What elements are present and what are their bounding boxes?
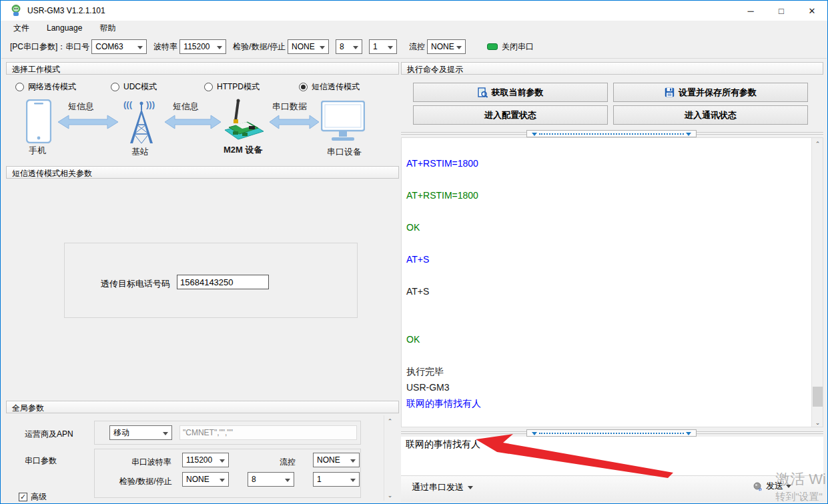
window-title: USR-GM3 V1.2.1.101 bbox=[27, 6, 105, 15]
work-mode-header: 选择工作模式 bbox=[6, 62, 399, 75]
chevron-down-icon bbox=[456, 46, 462, 49]
send-via-serial-dropdown[interactable]: 通过串口发送 bbox=[412, 481, 473, 493]
serial-device-label: 串口设备 bbox=[327, 146, 362, 158]
radio-httpd-mode[interactable]: HTTPD模式 bbox=[204, 81, 260, 93]
triangle-down-icon bbox=[686, 133, 691, 136]
log-line: 执行完毕 bbox=[406, 365, 823, 381]
port-status-led-icon bbox=[487, 43, 498, 50]
log-line: AT+RSTIM=1800 bbox=[406, 157, 823, 173]
title-bar: USR-GM3 V1.2.1.101 ─ □ ✕ bbox=[1, 1, 827, 21]
scroll-thumb[interactable] bbox=[813, 387, 823, 407]
speaker-icon bbox=[753, 481, 763, 491]
search-doc-icon bbox=[478, 87, 488, 98]
scroll-up-icon[interactable]: ⌃ bbox=[384, 415, 396, 427]
close-button[interactable]: ✕ bbox=[797, 1, 827, 21]
chevron-down-icon bbox=[786, 485, 791, 488]
log-line: USR-GM3 bbox=[406, 381, 823, 397]
serial-toolbar: [PC串口参数]：串口号 COM63 波特率 115200 检验/数据/停止 N… bbox=[1, 35, 827, 59]
tower-label: 基站 bbox=[131, 146, 149, 158]
radio-icon bbox=[111, 83, 119, 91]
radio-udc-mode[interactable]: UDC模式 bbox=[111, 81, 157, 93]
app-window: USR-GM3 V1.2.1.101 ─ □ ✕ 文件 Language 帮助 … bbox=[0, 0, 828, 504]
chevron-down-icon bbox=[468, 486, 473, 489]
phone-label: 手机 bbox=[29, 145, 46, 157]
menu-language[interactable]: Language bbox=[47, 23, 82, 33]
global-databits-select[interactable]: 8 bbox=[248, 472, 294, 487]
log-splitter-top[interactable] bbox=[401, 130, 823, 137]
double-arrow-icon bbox=[164, 114, 222, 130]
data-bits-select[interactable]: 8 bbox=[336, 39, 362, 54]
chevron-down-icon bbox=[137, 46, 143, 49]
menu-help[interactable]: 帮助 bbox=[99, 23, 115, 34]
command-panel-header: 执行命令及提示 bbox=[401, 62, 823, 75]
set-save-params-button[interactable]: 设置并保存所有参数 bbox=[613, 83, 808, 102]
scroll-up-icon[interactable]: ⌃ bbox=[812, 138, 823, 149]
scroll-down-icon[interactable]: ⌄ bbox=[812, 417, 823, 427]
flow-select[interactable]: NONE bbox=[427, 39, 466, 54]
log-scrollbar[interactable]: ⌃ ⌄ bbox=[811, 138, 823, 427]
chevron-down-icon bbox=[320, 46, 325, 49]
parity-label: 检验/数据/停止 bbox=[233, 41, 286, 53]
triangle-down-icon bbox=[532, 133, 537, 136]
enter-config-button[interactable]: 进入配置状态 bbox=[413, 105, 608, 125]
double-arrow-icon bbox=[57, 114, 119, 130]
serial-baud-label: 串口波特率 bbox=[131, 457, 171, 468]
close-port-button[interactable]: 关闭串口 bbox=[502, 41, 534, 53]
log-line: OK bbox=[406, 221, 823, 237]
global-flow-label: 流控 bbox=[280, 457, 296, 468]
flow-label: 流控 bbox=[409, 41, 425, 53]
log-line: 联网的事情找有人 bbox=[406, 397, 823, 413]
scroll-down-icon[interactable]: ⌄ bbox=[384, 489, 396, 501]
minimize-button[interactable]: ─ bbox=[735, 1, 766, 21]
command-log[interactable]: AT+RSTIM=1800 AT+RSTIM=1800 OK AT+S AT+S… bbox=[401, 137, 823, 427]
serial-baud-select[interactable]: 115200 bbox=[182, 453, 229, 467]
radio-net-transparent[interactable]: 网络透传模式 bbox=[15, 81, 76, 93]
global-stopbits-select[interactable]: 1 bbox=[313, 472, 360, 487]
global-parity-select[interactable]: NONE bbox=[182, 472, 229, 487]
save-icon bbox=[665, 87, 675, 97]
radio-icon bbox=[299, 83, 308, 91]
svg-text:))): ))) bbox=[146, 99, 155, 109]
com-port-select[interactable]: COM63 bbox=[91, 39, 147, 54]
checkbox-icon: ✓ bbox=[19, 493, 27, 501]
double-arrow-icon bbox=[269, 114, 320, 130]
log-line: OK bbox=[406, 333, 823, 349]
maximize-button[interactable]: □ bbox=[766, 1, 797, 21]
parity-select[interactable]: NONE bbox=[288, 39, 329, 54]
stop-bits-select[interactable]: 1 bbox=[369, 39, 397, 54]
baud-select[interactable]: 115200 bbox=[179, 39, 226, 54]
chevron-down-icon bbox=[163, 432, 168, 435]
enter-comm-button[interactable]: 进入通讯状态 bbox=[613, 105, 808, 125]
chevron-down-icon bbox=[350, 459, 356, 463]
global-params-scrollbar[interactable]: ⌃ ⌄ bbox=[384, 415, 395, 501]
apn-label: 运营商及APN bbox=[25, 429, 73, 440]
log-line: AT+RSTIM=1800 bbox=[406, 189, 823, 205]
menu-bar: 文件 Language 帮助 bbox=[1, 21, 827, 35]
menu-file[interactable]: 文件 bbox=[13, 23, 29, 34]
baud-label: 波特率 bbox=[153, 41, 177, 53]
serial-params-label: 串口参数 bbox=[25, 455, 57, 467]
global-parity-label: 检验/数据/停止 bbox=[119, 476, 172, 487]
chevron-down-icon bbox=[285, 479, 290, 482]
send-button[interactable]: 发送 bbox=[753, 480, 791, 492]
advanced-checkbox[interactable]: ✓ 高级 bbox=[19, 491, 47, 503]
operator-select[interactable]: 移动 bbox=[109, 425, 172, 440]
chevron-down-icon bbox=[388, 46, 393, 49]
chevron-down-icon bbox=[217, 46, 222, 49]
red-annotation-arrow-icon bbox=[476, 434, 676, 481]
log-line: AT+S bbox=[406, 253, 823, 269]
apn-input[interactable]: "CMNET","","" bbox=[179, 425, 357, 440]
splitter-dots bbox=[539, 133, 684, 135]
chevron-down-icon bbox=[220, 479, 225, 482]
splitter-collapse-control[interactable] bbox=[526, 130, 697, 137]
radio-sms-transparent[interactable]: 短信透传模式 bbox=[299, 81, 360, 93]
global-flow-select[interactable]: NONE bbox=[313, 453, 360, 467]
sms-params-header: 短信透传模式相关参数 bbox=[6, 166, 399, 179]
target-phone-label: 透传目标电话号码 bbox=[101, 278, 170, 290]
radio-icon bbox=[15, 83, 24, 91]
link2-label: 短信息 bbox=[173, 101, 199, 113]
get-params-button[interactable]: 获取当前参数 bbox=[413, 83, 608, 102]
svg-text:(((: ((( bbox=[123, 99, 133, 109]
phone-icon bbox=[26, 99, 51, 143]
target-phone-input[interactable]: 15684143250 bbox=[177, 275, 269, 289]
